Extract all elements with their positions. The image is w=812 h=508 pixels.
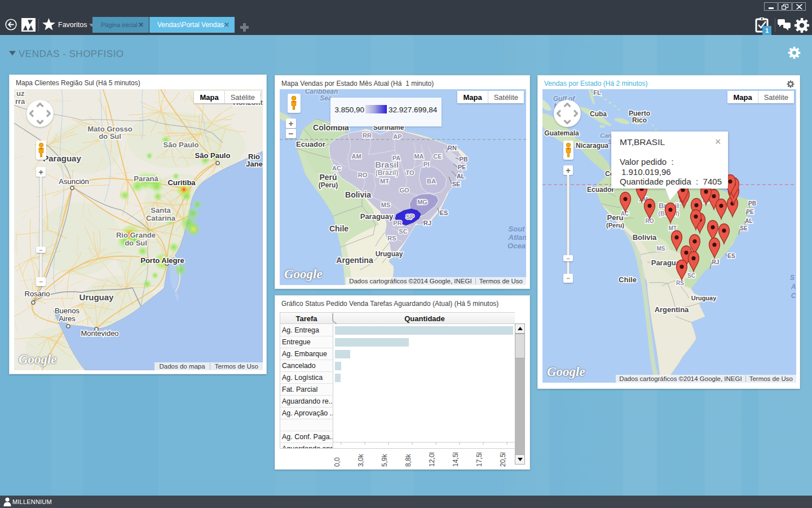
svg-text:14,5l: 14,5l	[452, 452, 460, 467]
svg-text:Santa: Santa	[151, 206, 171, 214]
svg-text:uz: uz	[16, 89, 25, 98]
svg-text:12,0l: 12,0l	[428, 452, 436, 467]
svg-text:ES: ES	[727, 253, 735, 259]
svg-text:SC: SC	[687, 273, 695, 279]
svg-text:0,0: 0,0	[333, 457, 341, 467]
svg-text:AP: AP	[393, 133, 401, 140]
svg-text:RN: RN	[448, 144, 457, 151]
svg-text:FL: FL	[593, 89, 601, 96]
svg-text:RS: RS	[387, 235, 396, 242]
svg-text:20,5l: 20,5l	[499, 452, 507, 467]
svg-text:MS: MS	[657, 246, 665, 252]
svg-text:PB: PB	[459, 156, 467, 163]
svg-text:Rosario: Rosario	[25, 290, 50, 298]
svg-text:S: S	[790, 274, 795, 282]
svg-text:Atlant: Atlant	[508, 233, 526, 242]
svg-text:Montevideo: Montevideo	[81, 329, 118, 338]
svg-text:SP: SP	[406, 213, 414, 220]
svg-text:Aires: Aires	[59, 314, 76, 323]
svg-text:Argentina: Argentina	[336, 256, 373, 265]
svg-text:TO: TO	[405, 169, 414, 176]
svg-text:do Sul: do Sul	[99, 132, 121, 141]
svg-text:Rio Grande: Rio Grande	[116, 231, 156, 239]
svg-text:RS: RS	[676, 280, 684, 286]
svg-text:Cuba: Cuba	[590, 110, 607, 118]
svg-text:do Sul: do Sul	[125, 239, 147, 247]
svg-text:Asunción: Asunción	[59, 177, 89, 186]
svg-text:MG: MG	[417, 199, 427, 205]
svg-text:RR: RR	[363, 132, 372, 139]
svg-text:(Brazil): (Brazil)	[376, 169, 399, 177]
svg-text:MA: MA	[414, 153, 423, 160]
svg-text:Rico: Rico	[632, 116, 647, 124]
svg-text:Jane: Jane	[246, 160, 263, 168]
svg-text:Catarina: Catarina	[146, 214, 176, 222]
svg-text:PE: PE	[746, 209, 754, 215]
svg-text:Bolivia: Bolivia	[345, 190, 371, 199]
svg-text:Uruguay: Uruguay	[376, 250, 403, 258]
svg-text:rra: rra	[15, 97, 25, 106]
svg-text:CE: CE	[433, 153, 442, 160]
svg-text:Porto Alegre: Porto Alegre	[140, 256, 184, 265]
svg-text:Bolivia: Bolivia	[633, 233, 657, 242]
svg-text:AL: AL	[457, 173, 465, 179]
svg-text:PI: PI	[423, 161, 429, 168]
svg-text:São Paulo: São Paulo	[164, 141, 199, 149]
svg-text:Guatemala: Guatemala	[544, 129, 579, 137]
svg-text:Paraná: Paraná	[134, 174, 158, 183]
svg-text:Paraguay: Paraguay	[43, 154, 81, 163]
svg-text:PA: PA	[392, 155, 401, 161]
svg-text:AM: AM	[351, 153, 361, 160]
svg-text:8,8k: 8,8k	[404, 453, 412, 467]
svg-text:Uruguay: Uruguay	[691, 295, 717, 301]
svg-text:Ecuador: Ecuador	[587, 186, 614, 194]
svg-text:AC: AC	[332, 165, 341, 172]
svg-text:SC: SC	[399, 228, 407, 235]
svg-text:AL: AL	[745, 218, 752, 224]
svg-text:A: A	[791, 283, 796, 291]
svg-text:Argentina: Argentina	[655, 305, 689, 314]
svg-text:Chile: Chile	[619, 275, 637, 284]
svg-text:5,9k: 5,9k	[381, 453, 389, 467]
svg-text:PB: PB	[748, 200, 756, 207]
svg-text:C: C	[791, 292, 796, 300]
svg-text:(Peru): (Peru)	[606, 222, 624, 229]
svg-text:Nicaragua: Nicaragua	[576, 142, 608, 150]
svg-text:São Paulo: São Paulo	[195, 151, 231, 160]
svg-text:3,0k: 3,0k	[357, 453, 365, 467]
svg-text:Sout: Sout	[509, 225, 526, 233]
svg-text:SE: SE	[452, 181, 461, 187]
svg-text:ES: ES	[440, 209, 448, 216]
svg-text:Perú: Perú	[319, 173, 337, 182]
svg-text:Paraguay: Paraguay	[360, 212, 394, 221]
svg-text:Chile: Chile	[329, 224, 348, 233]
svg-text:PR: PR	[393, 220, 401, 226]
svg-text:(Peru): (Peru)	[319, 181, 338, 189]
svg-text:RJ: RJ	[712, 259, 720, 265]
svg-text:Curitiba: Curitiba	[167, 178, 196, 187]
svg-text:Buenos: Buenos	[55, 306, 80, 315]
svg-text:MT: MT	[380, 178, 389, 185]
svg-text:BA: BA	[427, 178, 436, 185]
svg-text:Ocea: Ocea	[508, 242, 526, 250]
svg-text:Uruguay: Uruguay	[80, 292, 114, 302]
svg-text:17,5l: 17,5l	[475, 452, 483, 467]
svg-text:MS: MS	[381, 202, 391, 208]
svg-text:GO: GO	[399, 187, 409, 194]
svg-text:RJ: RJ	[423, 220, 431, 226]
svg-text:RO: RO	[358, 172, 368, 178]
svg-text:SE: SE	[740, 225, 748, 231]
svg-text:PE: PE	[458, 164, 466, 170]
svg-text:Ecuador: Ecuador	[296, 140, 325, 148]
